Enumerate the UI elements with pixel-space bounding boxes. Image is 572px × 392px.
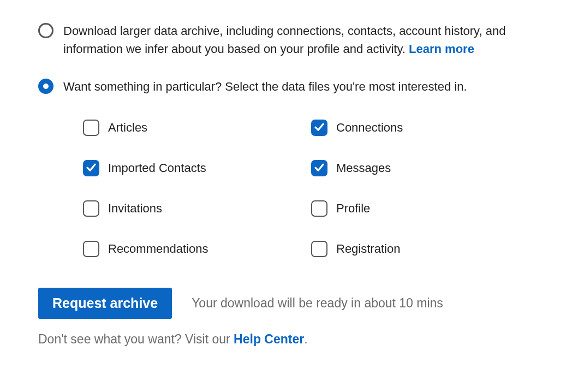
checkbox-label: Recommendations xyxy=(108,242,208,256)
checkbox-option-articles[interactable]: Articles xyxy=(83,120,289,136)
radio-option-larger-archive[interactable]: Download larger data archive, including … xyxy=(38,22,534,58)
checkbox-option-imported-contacts[interactable]: Imported Contacts xyxy=(83,160,289,176)
checkbox-icon[interactable] xyxy=(311,160,327,176)
checkbox-option-registration[interactable]: Registration xyxy=(311,241,517,257)
checkbox-label: Imported Contacts xyxy=(108,161,206,175)
checkbox-option-profile[interactable]: Profile xyxy=(311,200,517,217)
help-center-link[interactable]: Help Center xyxy=(234,332,304,346)
checkbox-label: Invitations xyxy=(108,201,162,216)
checkbox-icon[interactable] xyxy=(311,200,327,217)
checkbox-label: Messages xyxy=(336,161,391,175)
checkbox-label: Profile xyxy=(336,201,370,216)
checkbox-icon[interactable] xyxy=(83,160,99,176)
radio-label: Want something in particular? Select the… xyxy=(63,78,467,96)
checkbox-icon[interactable] xyxy=(311,241,327,257)
checkbox-option-connections[interactable]: Connections xyxy=(311,120,517,136)
download-status-text: Your download will be ready in about 10 … xyxy=(192,296,443,311)
checkbox-label: Registration xyxy=(336,242,400,256)
learn-more-link[interactable]: Learn more xyxy=(409,42,474,56)
checkbox-option-messages[interactable]: Messages xyxy=(311,160,517,176)
radio-label: Download larger data archive, including … xyxy=(63,22,534,58)
radio-icon[interactable] xyxy=(38,79,53,94)
checkbox-option-recommendations[interactable]: Recommendations xyxy=(83,241,289,257)
help-suffix-text: . xyxy=(304,332,307,346)
checkbox-label: Articles xyxy=(108,121,147,135)
download-data-form: Download larger data archive, including … xyxy=(0,0,572,369)
data-files-checkbox-grid: Articles Connections Imported Contacts M… xyxy=(83,120,517,257)
checkbox-option-invitations[interactable]: Invitations xyxy=(83,200,289,217)
checkbox-icon[interactable] xyxy=(83,200,99,217)
action-row: Request archive Your download will be re… xyxy=(38,288,534,319)
radio-icon[interactable] xyxy=(38,23,53,38)
help-row: Don't see what you want? Visit our Help … xyxy=(38,332,534,347)
radio-option-specific-files[interactable]: Want something in particular? Select the… xyxy=(38,78,534,96)
checkbox-icon[interactable] xyxy=(83,241,99,257)
checkbox-icon[interactable] xyxy=(83,120,99,136)
checkbox-label: Connections xyxy=(336,121,403,135)
radio-label-text: Want something in particular? Select the… xyxy=(63,80,467,93)
help-prefix-text: Don't see what you want? Visit our xyxy=(38,332,234,346)
request-archive-button[interactable]: Request archive xyxy=(38,288,172,319)
checkbox-icon[interactable] xyxy=(311,120,327,136)
